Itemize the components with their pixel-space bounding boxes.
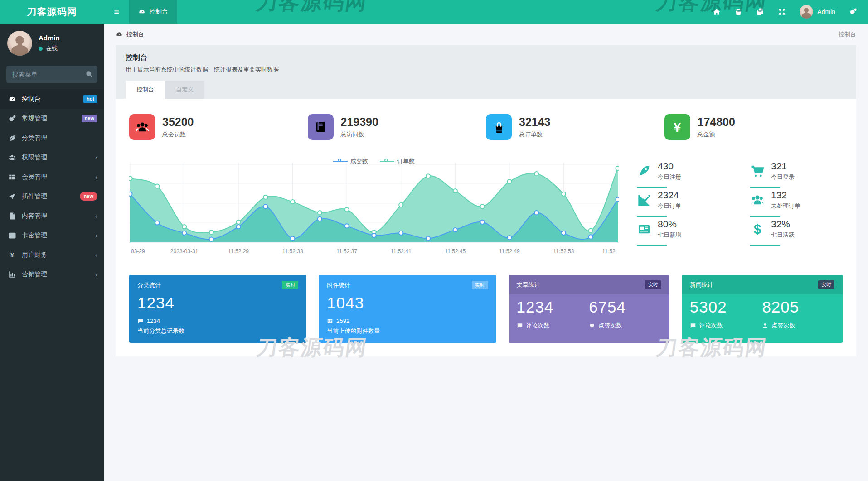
breadcrumb-right[interactable]: 控制台 xyxy=(839,30,856,38)
sidebar: Admin 在线 控制台 hot 常规管理 new 分类管理 xyxy=(0,24,104,481)
sidebar-item-finance[interactable]: ¥ 用户财务 ‹ xyxy=(0,245,104,265)
dashboard-icon xyxy=(138,8,145,15)
svg-text:11:52:53: 11:52:53 xyxy=(553,248,574,255)
sidebar-item-plugin[interactable]: 插件管理 new xyxy=(0,187,104,206)
sidebar-item-member[interactable]: 会员管理 ‹ xyxy=(0,167,104,187)
ministat-week-new: 80% 七日新增 xyxy=(637,218,729,246)
tab-dashboard[interactable]: 控制台 xyxy=(126,81,165,99)
file-icon xyxy=(8,212,16,220)
realtime-badge: 实时 xyxy=(282,281,298,289)
stat-total-orders: 32143 总订单数 xyxy=(486,114,664,140)
svg-text:2023-03-31: 2023-03-31 xyxy=(170,248,199,255)
legend-item-deals[interactable]: 成交数 xyxy=(333,157,368,165)
dollar-icon: $ xyxy=(750,221,765,237)
book-icon xyxy=(308,114,334,140)
chevron-left-icon: ‹ xyxy=(95,271,97,278)
svg-text:11:52:: 11:52: xyxy=(602,248,617,255)
ministat-register: 430 今日注册 xyxy=(637,160,729,188)
navbar-tab-dashboard[interactable]: 控制台 xyxy=(129,0,177,24)
navbar-right: Admin xyxy=(713,0,868,24)
shopping-bag-icon xyxy=(486,114,512,140)
chevron-left-icon: ‹ xyxy=(95,251,97,258)
ministat-unprocessed: 132 未处理订单 xyxy=(750,189,843,217)
realtime-badge: 实时 xyxy=(818,280,834,289)
users-group-icon xyxy=(129,114,155,140)
user-icon xyxy=(762,322,768,329)
user-menu[interactable]: Admin xyxy=(800,5,835,19)
search-icon[interactable] xyxy=(85,70,93,78)
navbar-tab-label: 控制台 xyxy=(149,8,168,16)
user-status: 在线 xyxy=(39,44,60,53)
chevron-left-icon: ‹ xyxy=(95,212,97,219)
comment-icon xyxy=(517,322,523,329)
user-panel: Admin 在线 xyxy=(0,24,104,62)
sidebar-search xyxy=(6,66,97,83)
ministat-week-active: $ 32% 七日活跃 xyxy=(750,218,843,246)
copy-icon[interactable] xyxy=(756,8,764,16)
chart-legend: 成交数 订单数 xyxy=(129,157,619,165)
breadcrumb: 控制台 控制台 xyxy=(104,24,868,44)
sidebar-item-dashboard[interactable]: 控制台 hot xyxy=(0,89,104,109)
dashboard-icon xyxy=(116,31,123,38)
bar-chart-icon xyxy=(8,270,16,279)
list-icon xyxy=(8,173,16,181)
svg-text:11:52:45: 11:52:45 xyxy=(445,248,466,255)
stat-total-visits: 219390 总访问数 xyxy=(308,114,486,140)
brand-logo[interactable]: 刀客源码网 xyxy=(0,0,104,24)
cogs-icon xyxy=(8,115,16,123)
realtime-badge: 实时 xyxy=(645,280,661,289)
card-value: 1234 xyxy=(137,294,298,312)
stat-value: 174800 xyxy=(698,115,735,129)
stat-total-amount: ¥ 174800 总金额 xyxy=(664,114,843,140)
home-icon[interactable] xyxy=(713,8,721,16)
settings-cogs-icon[interactable] xyxy=(849,8,857,16)
svg-text:11:52:29: 11:52:29 xyxy=(228,248,249,255)
stat-value: 35200 xyxy=(162,115,194,129)
sidebar-item-content[interactable]: 内容管理 ‹ xyxy=(0,206,104,226)
legend-item-orders[interactable]: 订单数 xyxy=(380,157,415,165)
badge: new xyxy=(80,192,97,201)
sidebar-item-general[interactable]: 常规管理 new xyxy=(0,109,104,128)
sidebar-item-marketing[interactable]: 营销管理 ‹ xyxy=(0,265,104,284)
comment-icon xyxy=(690,322,696,329)
sidebar-toggle-button[interactable]: ≡ xyxy=(104,0,129,24)
comment-icon xyxy=(137,318,144,324)
card-attachment-stats: 附件统计 实时 1043 2592 当前上传的附件数量 xyxy=(319,275,496,343)
sidebar-item-cardkey[interactable]: 卡密管理 ‹ xyxy=(0,226,104,245)
leaf-icon xyxy=(8,134,16,142)
chevron-left-icon: ‹ xyxy=(95,173,97,180)
yen-icon: ¥ xyxy=(664,114,690,140)
image-icon xyxy=(8,231,16,240)
stat-total-members: 35200 总会员数 xyxy=(129,114,308,140)
main-content: 控制台 控制台 控制台 用于展示当前系统中的统计数据、统计报表及重要实时数据 控… xyxy=(104,24,868,481)
svg-text:11:52:37: 11:52:37 xyxy=(336,248,357,255)
chevron-left-icon: ‹ xyxy=(95,154,97,161)
fullscreen-icon[interactable] xyxy=(778,8,786,16)
svg-text:11:52:41: 11:52:41 xyxy=(391,248,412,255)
sidebar-item-permission[interactable]: 权限管理 ‹ xyxy=(0,148,104,167)
tab-custom[interactable]: 自定义 xyxy=(165,81,204,99)
breadcrumb-current[interactable]: 控制台 xyxy=(126,30,144,38)
stats-row: 35200 总会员数 219390 总访问数 xyxy=(129,114,843,140)
svg-text:03-29: 03-29 xyxy=(131,248,145,255)
rocket-icon xyxy=(8,192,16,201)
stat-label: 总访问数 xyxy=(341,130,378,139)
search-input[interactable] xyxy=(6,66,97,83)
online-dot-icon xyxy=(39,47,43,51)
badge: hot xyxy=(83,95,97,103)
user-name: Admin xyxy=(39,34,60,42)
trash-icon[interactable] xyxy=(734,8,742,16)
yen-icon: ¥ xyxy=(8,251,16,259)
heart-icon xyxy=(589,322,595,329)
realtime-badge: 实时 xyxy=(472,281,488,289)
page-header-panel: 控制台 用于展示当前系统中的统计数据、统计报表及重要实时数据 控制台 自定义 xyxy=(116,45,856,99)
card-value: 1043 xyxy=(327,294,488,312)
stat-label: 总会员数 xyxy=(162,130,194,139)
sidebar-item-category[interactable]: 分类管理 xyxy=(0,128,104,148)
ministat-today-orders: 2324 今日订单 xyxy=(637,189,729,217)
orders-chart: 成交数 订单数 03-292023-03-3111:52:2911:52:331… xyxy=(129,160,619,256)
card-category-stats: 分类统计 实时 1234 1234 当前分类总记录数 xyxy=(129,275,306,343)
username-label: Admin xyxy=(817,8,835,15)
users-icon xyxy=(8,154,16,162)
card-news-stats: 新闻统计 实时 5302 评论次数 8205 xyxy=(682,275,843,343)
